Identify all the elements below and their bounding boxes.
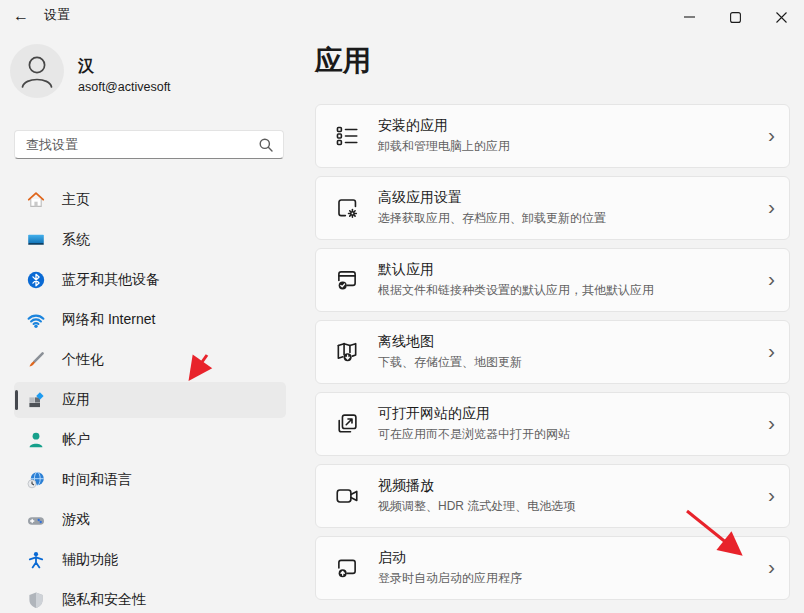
minimize-button[interactable] (666, 0, 712, 34)
close-button[interactable] (758, 0, 804, 34)
sidebar-item-label: 个性化 (62, 351, 104, 369)
back-arrow-icon: ← (13, 7, 29, 25)
privacy-shield-icon (26, 590, 46, 610)
sidebar-item-label: 时间和语言 (62, 471, 132, 489)
page-title: 应用 (315, 42, 371, 80)
video-playback-icon (334, 483, 360, 509)
advanced-app-settings-icon (334, 195, 360, 221)
sidebar-item-network[interactable]: 网络和 Internet (14, 302, 286, 338)
person-icon (10, 44, 64, 98)
sidebar-item-bluetooth[interactable]: 蓝牙和其他设备 (14, 262, 286, 298)
chevron-right-icon: › (768, 556, 775, 580)
card-subtitle: 根据文件和链接种类设置的默认应用，其他默认应用 (378, 282, 768, 299)
settings-card-installed-apps[interactable]: 安装的应用 卸载和管理电脑上的应用 › (315, 104, 790, 168)
search-input[interactable] (15, 131, 283, 158)
sidebar-item-apps[interactable]: 应用 (14, 382, 286, 418)
sidebar-item-gaming[interactable]: 游戏 (14, 502, 286, 538)
personalization-brush-icon (26, 350, 46, 370)
chevron-right-icon: › (768, 340, 775, 364)
maximize-icon (730, 12, 741, 23)
settings-card-list: 安装的应用 卸载和管理电脑上的应用 › 高级应用设置 选择获取应用、存档应用、卸… (315, 104, 790, 600)
card-title: 可打开网站的应用 (378, 405, 768, 423)
sidebar-item-label: 系统 (62, 231, 90, 249)
settings-window: { "titlebar": { "title": "设置" }, "profil… (0, 0, 804, 613)
time-language-globe-icon (26, 470, 46, 490)
card-subtitle: 选择获取应用、存档应用、卸载更新的位置 (378, 210, 768, 227)
accessibility-icon (26, 550, 46, 570)
bluetooth-icon (26, 270, 46, 290)
card-title: 高级应用设置 (378, 189, 768, 207)
selected-indicator (15, 390, 18, 410)
offline-maps-icon (334, 339, 360, 365)
search-icon (258, 137, 274, 153)
card-title: 启动 (378, 549, 768, 567)
window-title: 设置 (44, 6, 70, 24)
sidebar-item-label: 网络和 Internet (62, 311, 155, 329)
installed-apps-icon (334, 123, 360, 149)
apps-for-websites-icon (334, 411, 360, 437)
chevron-right-icon: › (768, 268, 775, 292)
network-wifi-icon (26, 310, 46, 330)
profile-name: 汉 (78, 56, 94, 77)
sidebar-item-accessibility[interactable]: 辅助功能 (14, 542, 286, 578)
sidebar-item-label: 蓝牙和其他设备 (62, 271, 160, 289)
avatar (10, 44, 64, 98)
close-icon (776, 12, 787, 23)
card-subtitle: 卸载和管理电脑上的应用 (378, 138, 768, 155)
sidebar-item-system[interactable]: 系统 (14, 222, 286, 258)
sidebar-item-label: 辅助功能 (62, 551, 118, 569)
sidebar-item-label: 隐私和安全性 (62, 591, 146, 609)
system-icon (26, 230, 46, 250)
card-title: 安装的应用 (378, 117, 768, 135)
card-title: 离线地图 (378, 333, 768, 351)
startup-icon (334, 555, 360, 581)
sidebar-item-label: 帐户 (62, 431, 90, 449)
sidebar-item-accounts[interactable]: 帐户 (14, 422, 286, 458)
window-controls (666, 0, 804, 34)
settings-card-video-playback[interactable]: 视频播放 视频调整、HDR 流式处理、电池选项 › (315, 464, 790, 528)
card-subtitle: 下载、存储位置、地图更新 (378, 354, 768, 371)
search-box (14, 130, 284, 159)
sidebar-item-label: 游戏 (62, 511, 90, 529)
card-subtitle: 登录时自动启动的应用程序 (378, 570, 768, 587)
home-icon (26, 190, 46, 210)
maximize-button[interactable] (712, 0, 758, 34)
sidebar-item-label: 主页 (62, 191, 90, 209)
settings-card-default-apps[interactable]: 默认应用 根据文件和链接种类设置的默认应用，其他默认应用 › (315, 248, 790, 312)
card-title: 默认应用 (378, 261, 768, 279)
accounts-person-icon (26, 430, 46, 450)
sidebar-nav: 主页 系统 蓝牙和其他设备 (4, 182, 296, 613)
apps-icon (26, 390, 46, 410)
sidebar-item-privacy-security[interactable]: 隐私和安全性 (14, 582, 286, 613)
user-profile[interactable]: 汉 asoft@activesoft (10, 44, 300, 102)
chevron-right-icon: › (768, 484, 775, 508)
card-subtitle: 视频调整、HDR 流式处理、电池选项 (378, 498, 768, 515)
settings-card-startup[interactable]: 启动 登录时自动启动的应用程序 › (315, 536, 790, 600)
chevron-right-icon: › (768, 412, 775, 436)
chevron-right-icon: › (768, 196, 775, 220)
default-apps-icon (334, 267, 360, 293)
card-title: 视频播放 (378, 477, 768, 495)
sidebar-item-personalization[interactable]: 个性化 (14, 342, 286, 378)
sidebar-item-label: 应用 (62, 391, 90, 409)
card-subtitle: 可在应用而不是浏览器中打开的网站 (378, 426, 768, 443)
sidebar-item-time-language[interactable]: 时间和语言 (14, 462, 286, 498)
titlebar: ← 设置 (0, 0, 804, 40)
back-button[interactable]: ← (4, 1, 38, 31)
chevron-right-icon: › (768, 124, 775, 148)
minimize-icon (684, 16, 695, 18)
sidebar-item-home[interactable]: 主页 (14, 182, 286, 218)
profile-email: asoft@activesoft (78, 80, 171, 94)
settings-card-offline-maps[interactable]: 离线地图 下载、存储位置、地图更新 › (315, 320, 790, 384)
settings-card-advanced-app-settings[interactable]: 高级应用设置 选择获取应用、存档应用、卸载更新的位置 › (315, 176, 790, 240)
gaming-gamepad-icon (26, 510, 46, 530)
settings-card-apps-for-websites[interactable]: 可打开网站的应用 可在应用而不是浏览器中打开的网站 › (315, 392, 790, 456)
